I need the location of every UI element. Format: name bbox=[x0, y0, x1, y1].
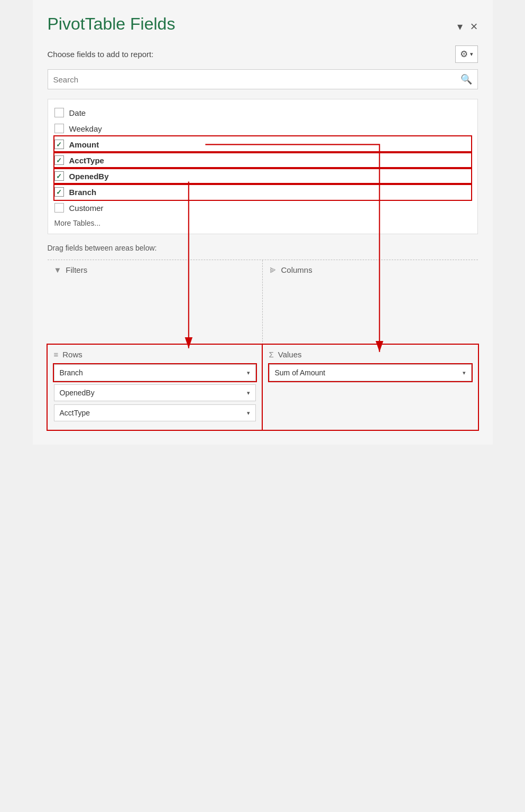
values-items: Sum of Amount ▾ bbox=[269, 364, 472, 381]
checkbox-openedby[interactable] bbox=[54, 171, 64, 181]
rows-openedby-arrow: ▾ bbox=[247, 390, 250, 396]
gear-button[interactable]: ⚙ ▾ bbox=[455, 45, 478, 63]
rows-label: Rows bbox=[62, 350, 82, 359]
gear-icon: ⚙ bbox=[460, 49, 468, 60]
header-icons: ▾ × bbox=[457, 19, 477, 34]
rows-area: ≡ Rows Branch ▾ OpenedBy ▾ AcctType ▾ bbox=[48, 345, 263, 430]
checkbox-date[interactable] bbox=[54, 108, 64, 117]
field-item-branch[interactable]: Branch bbox=[54, 184, 471, 200]
checkbox-accttype[interactable] bbox=[54, 155, 64, 165]
fields-list: Date Weekday Amount AcctType OpenedBy Br… bbox=[48, 99, 478, 234]
subheader-row: Choose fields to add to report: ⚙ ▾ bbox=[48, 45, 478, 63]
filters-label: Filters bbox=[66, 265, 87, 274]
columns-icon: ⫸ bbox=[269, 265, 277, 274]
filters-icon: ▼ bbox=[54, 265, 62, 274]
dropdown-arrow-icon[interactable]: ▾ bbox=[457, 20, 463, 33]
field-item-date[interactable]: Date bbox=[54, 105, 471, 121]
values-area: Σ Values Sum of Amount ▾ bbox=[263, 345, 478, 430]
field-item-amount[interactable]: Amount bbox=[54, 136, 471, 152]
field-label-branch: Branch bbox=[69, 188, 97, 197]
field-label-accttype: AcctType bbox=[69, 156, 104, 165]
areas-grid: ▼ Filters ⫸ Columns ≡ Rows Branch ▾ bbox=[48, 260, 478, 430]
rows-branch-label: Branch bbox=[60, 368, 83, 377]
search-box: 🔍 bbox=[48, 69, 478, 89]
filters-area: ▼ Filters bbox=[48, 260, 263, 345]
subheader-label: Choose fields to add to report: bbox=[48, 50, 154, 59]
rows-accttype-arrow: ▾ bbox=[247, 410, 250, 417]
rows-item-accttype[interactable]: AcctType ▾ bbox=[54, 404, 256, 421]
rows-header: ≡ Rows bbox=[54, 350, 256, 359]
field-item-accttype[interactable]: AcctType bbox=[54, 152, 471, 168]
more-tables-link[interactable]: More Tables... bbox=[54, 216, 471, 228]
rows-openedby-label: OpenedBy bbox=[60, 389, 95, 397]
field-label-date: Date bbox=[69, 108, 86, 117]
checkbox-customer[interactable] bbox=[54, 203, 64, 213]
values-sum-amount-arrow: ▾ bbox=[463, 370, 466, 376]
checkbox-branch[interactable] bbox=[54, 187, 64, 197]
field-label-openedby: OpenedBy bbox=[69, 172, 109, 181]
values-label: Values bbox=[278, 350, 302, 359]
panel-header: PivotTable Fields ▾ × bbox=[48, 15, 478, 34]
rows-item-openedby[interactable]: OpenedBy ▾ bbox=[54, 384, 256, 401]
filters-header: ▼ Filters bbox=[54, 265, 256, 274]
search-input[interactable] bbox=[53, 75, 460, 84]
values-item-sum-amount[interactable]: Sum of Amount ▾ bbox=[269, 364, 472, 381]
rows-branch-arrow: ▾ bbox=[247, 370, 250, 376]
panel-title: PivotTable Fields bbox=[48, 15, 176, 33]
rows-accttype-label: AcctType bbox=[60, 409, 90, 417]
columns-header: ⫸ Columns bbox=[269, 265, 472, 274]
drag-label: Drag fields between areas below: bbox=[48, 244, 478, 252]
gear-dropdown-arrow: ▾ bbox=[470, 51, 473, 58]
field-item-customer[interactable]: Customer bbox=[54, 200, 471, 216]
columns-label: Columns bbox=[281, 265, 312, 274]
field-item-weekday[interactable]: Weekday bbox=[54, 121, 471, 136]
field-label-weekday: Weekday bbox=[69, 124, 102, 133]
rows-item-branch[interactable]: Branch ▾ bbox=[54, 364, 256, 381]
values-icon: Σ bbox=[269, 350, 274, 359]
columns-area: ⫸ Columns bbox=[263, 260, 478, 345]
rows-items: Branch ▾ OpenedBy ▾ AcctType ▾ bbox=[54, 364, 256, 421]
checkbox-weekday[interactable] bbox=[54, 124, 64, 133]
field-label-customer: Customer bbox=[69, 204, 104, 213]
values-sum-amount-label: Sum of Amount bbox=[275, 368, 326, 377]
rows-icon: ≡ bbox=[54, 350, 59, 359]
field-item-openedby[interactable]: OpenedBy bbox=[54, 168, 471, 184]
checkbox-amount[interactable] bbox=[54, 140, 64, 149]
close-icon[interactable]: × bbox=[470, 19, 477, 34]
search-icon: 🔍 bbox=[460, 73, 472, 85]
values-header: Σ Values bbox=[269, 350, 472, 359]
field-label-amount: Amount bbox=[69, 140, 99, 149]
